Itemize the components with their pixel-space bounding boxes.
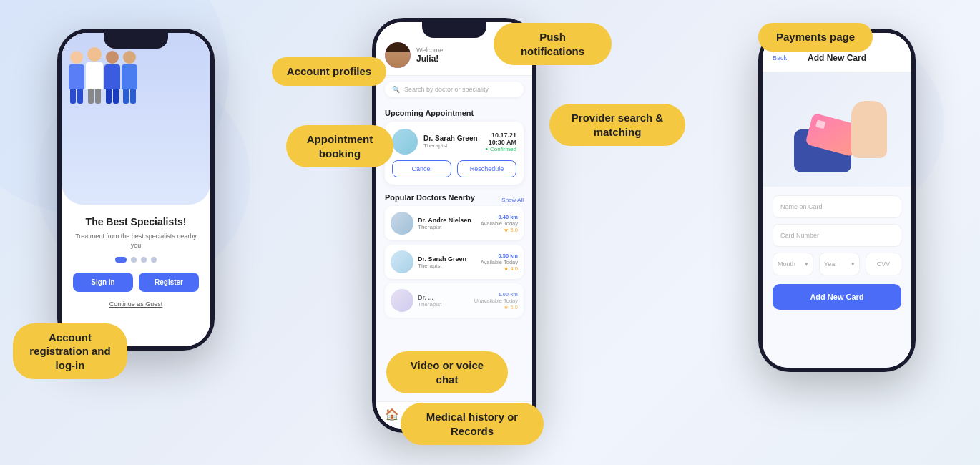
doctor-legs-1 [70, 89, 83, 104]
doctor-legs-4 [123, 89, 136, 104]
bubble-medical-history: Medical history or Records [401, 403, 544, 445]
doctor-figure-4 [122, 51, 137, 104]
doctor-head-1 [70, 51, 83, 64]
nearby-doc1-avatar [391, 212, 413, 235]
payments-content: Back Add New Card Name on Card Card Numb… [763, 33, 911, 368]
upcoming-title: Upcoming Appointment [385, 109, 524, 117]
appointment-doctor-avatar [392, 129, 418, 155]
doctor-legs-3 [106, 89, 119, 104]
phone-payments-screen: Back Add New Card Name on Card Card Numb… [763, 33, 911, 368]
nearby-doc1-name: Dr. Andre Nielsen [418, 217, 476, 224]
bubble-payments-page: Payments page [758, 23, 873, 52]
reschedule-button[interactable]: Reschedule [457, 160, 516, 177]
guest-link[interactable]: Continue as Guest [62, 300, 210, 308]
nearby-doctor-3: Dr. ... Therapist 1.00 km Unavailable To… [385, 283, 524, 318]
appointment-status: Confirmed [485, 146, 516, 152]
nearby-doc3-avatar [391, 289, 413, 312]
signin-title: The Best Specialists! [73, 216, 199, 227]
search-bar[interactable]: 🔍 Search by doctor or speciality [385, 82, 524, 97]
appointment-doctor-spec: Therapist [423, 142, 479, 149]
back-button[interactable]: Back [773, 54, 787, 62]
payment-form: Name on Card Card Number Month ▾ Year ▾ … [763, 187, 911, 318]
appointment-card: Dr. Sarah Green Therapist 10.17.21 10:30… [385, 122, 524, 185]
appointment-date: 10.17.21 [485, 132, 516, 139]
year-select[interactable]: Year ▾ [819, 253, 860, 275]
signin-content: The Best Specialists! Treatment from the… [62, 33, 210, 346]
bubble-push-notifications: Push notifications [494, 23, 612, 65]
nearby-doc2-avatar [391, 250, 413, 273]
page-indicator [73, 257, 199, 263]
nav-home[interactable]: 🏠 [385, 408, 399, 421]
nearby-doc2-meta: 0.50 km Available Today ★ 4.0 [481, 253, 518, 272]
nearby-doctor-1: Dr. Andre Nielsen Therapist 0.40 km Avai… [385, 206, 524, 240]
nearby-doc2-info: Dr. Sarah Green Therapist [418, 255, 476, 269]
upcoming-section: Upcoming Appointment Dr. Sarah Green The… [376, 103, 532, 187]
cancel-button[interactable]: Cancel [392, 160, 451, 177]
user-avatar [385, 42, 411, 68]
signin-subtitle: Treatment from the best specialists near… [73, 232, 199, 250]
signin-text-area: The Best Specialists! Treatment from the… [62, 205, 210, 263]
wallet-illustration [787, 87, 887, 172]
welcome-text-area: Welcome, Julia! [411, 46, 504, 64]
nearby-doc3-spec: Therapist [418, 301, 470, 308]
dot-3 [141, 257, 147, 263]
phone-notch [104, 33, 168, 49]
nearby-doc3-meta: 1.00 km Unavailable Today ★ 5.0 [474, 291, 518, 310]
nearby-doc1-meta: 0.40 km Available Today ★ 5.0 [481, 214, 518, 233]
doctor-figure-1 [69, 51, 84, 104]
appointment-doctor-name: Dr. Sarah Green [423, 134, 479, 142]
dot-2 [131, 257, 137, 263]
bubble-provider-search: Provider search & matching [549, 104, 685, 146]
nearby-doc1-spec: Therapist [418, 224, 476, 230]
bubble-video-chat: Video or voice chat [386, 351, 508, 393]
add-card-button[interactable]: Add New Card [773, 284, 901, 310]
cvv-input[interactable]: CVV [866, 253, 901, 275]
bubble-appointment-booking: Appointment booking [286, 125, 393, 167]
search-icon: 🔍 [392, 86, 400, 93]
doctor-figure-3 [104, 51, 120, 104]
nearby-doctor-2: Dr. Sarah Green Therapist 0.50 km Availa… [385, 245, 524, 279]
signin-button[interactable]: Sign In [73, 273, 133, 292]
nearby-header: Popular Doctors Nearby Show All [385, 193, 524, 206]
card-expiry-row: Month ▾ Year ▾ CVV [773, 253, 901, 275]
nearby-doc3-name: Dr. ... [418, 294, 470, 301]
payments-title: Add New Card [808, 53, 866, 63]
signin-illustration-area [62, 33, 210, 205]
welcome-label: Welcome, [416, 46, 504, 54]
register-button[interactable]: Register [139, 273, 199, 292]
phone-payments: Back Add New Card Name on Card Card Numb… [758, 29, 916, 372]
chevron-down-icon: ▾ [805, 260, 808, 268]
nearby-section: Popular Doctors Nearby Show All Dr. Andr… [376, 187, 532, 325]
doctor-legs-2 [88, 89, 101, 104]
bubble-account-registration: Account registration and log-in [13, 323, 127, 380]
appointment-time: 10:30 AM [485, 139, 516, 146]
phone-signin: The Best Specialists! Treatment from the… [57, 29, 215, 351]
show-all-link[interactable]: Show All [501, 197, 524, 203]
payments-illustration [763, 72, 911, 187]
nearby-title: Popular Doctors Nearby [385, 193, 475, 202]
signin-buttons: Sign In Register [62, 273, 210, 292]
doctor-figure-2 [86, 47, 103, 104]
nearby-doc2-name: Dr. Sarah Green [418, 255, 476, 263]
appointment-card-top: Dr. Sarah Green Therapist 10.17.21 10:30… [392, 129, 516, 155]
nearby-doc2-spec: Therapist [418, 263, 476, 269]
nearby-doc3-info: Dr. ... Therapist [418, 294, 470, 308]
appointment-doctor-info: Dr. Sarah Green Therapist [423, 134, 479, 149]
name-on-card-input[interactable]: Name on Card [773, 195, 901, 218]
chevron-down-icon-2: ▾ [851, 260, 855, 268]
wallet-hand [851, 101, 887, 158]
user-name: Julia! [416, 54, 504, 64]
dot-1 [115, 257, 127, 263]
appointment-time-area: 10.17.21 10:30 AM Confirmed [485, 132, 516, 152]
nearby-doc1-info: Dr. Andre Nielsen Therapist [418, 217, 476, 230]
phone-signin-screen: The Best Specialists! Treatment from the… [62, 33, 210, 346]
search-placeholder: Search by doctor or speciality [404, 86, 489, 93]
appointment-buttons: Cancel Reschedule [392, 160, 516, 177]
dot-4 [151, 257, 157, 263]
month-select[interactable]: Month ▾ [773, 253, 813, 275]
doctor-body-1 [69, 64, 84, 89]
bubble-account-profiles: Account profiles [272, 57, 386, 86]
card-number-input[interactable]: Card Number [773, 224, 901, 247]
phone-notch-2 [422, 22, 486, 38]
